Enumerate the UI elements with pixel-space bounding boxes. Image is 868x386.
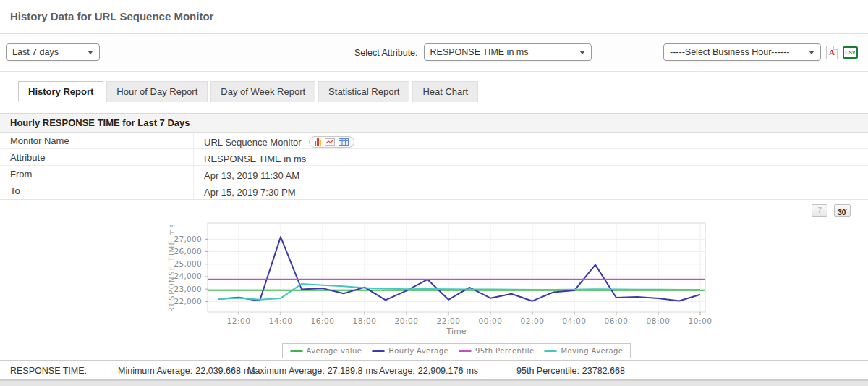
legend-swatch-icon	[459, 350, 472, 352]
footer-strip	[0, 380, 868, 386]
tab-day-of-week-report[interactable]: Day of Week Report	[210, 81, 315, 102]
svg-text:26,000: 26,000	[174, 247, 202, 256]
tab-hour-of-day-report[interactable]: Hour of Day Report	[106, 81, 208, 102]
data-table-icon[interactable]	[339, 138, 349, 146]
legend-swatch-icon	[372, 350, 385, 352]
report-tabs: History Report Hour of Day Report Day of…	[18, 81, 868, 102]
legend-item[interactable]: 95th Percentile	[459, 347, 535, 355]
row-value: RESPONSE TIME in ms	[194, 149, 306, 165]
line-chart-icon[interactable]	[325, 138, 335, 146]
svg-text:27,000: 27,000	[174, 235, 202, 243]
svg-text:12:00: 12:00	[227, 316, 251, 325]
history-chart[interactable]: 22,00023,00024,00025,00026,00027,00012:0…	[164, 220, 714, 336]
table-row: Monitor Name URL Sequence Monitor	[0, 133, 868, 149]
chart-legend: Average valueHourly Average95th Percenti…	[182, 343, 731, 358]
pdf-export-icon[interactable]: A	[826, 46, 838, 59]
row-label: To	[0, 182, 194, 199]
legend-label: Moving Average	[561, 347, 623, 355]
attribute-label: Select Attribute:	[354, 48, 418, 58]
row-label: From	[0, 166, 194, 182]
legend-item[interactable]: Moving Average	[544, 347, 623, 355]
svg-text:Time: Time	[446, 327, 467, 336]
svg-text:RESPONSE TIME ms: RESPONSE TIME ms	[168, 223, 176, 312]
summary-title: RESPONSE TIME:	[10, 366, 87, 376]
svg-text:06:00: 06:00	[605, 316, 629, 325]
toolbar-right-group: -----Select Business Hour------ A CSV	[663, 43, 858, 61]
toolbar: Last 7 days Select Attribute: RESPONSE T…	[0, 34, 868, 72]
table-row: To Apr 15, 2019 7:30 PM	[0, 182, 868, 199]
page-title: History Data for URL Sequence Monitor	[10, 10, 868, 22]
legend-item[interactable]: Average value	[290, 347, 362, 355]
legend-box: Average valueHourly Average95th Percenti…	[282, 343, 631, 358]
table-row: Attribute RESPONSE TIME in ms	[0, 149, 868, 166]
svg-text:14:00: 14:00	[269, 316, 293, 325]
thirty-days-button[interactable]: 30′	[834, 204, 851, 217]
attribute-select[interactable]: RESPONSE TIME in ms	[424, 43, 592, 61]
svg-text:22:00: 22:00	[437, 316, 461, 325]
row-value: URL Sequence Monitor	[194, 133, 354, 148]
time-range-value: Last 7 days	[12, 47, 59, 57]
table-row: From Apr 13, 2019 11:30 AM	[0, 166, 868, 182]
seven-days-button[interactable]: 7	[812, 204, 827, 217]
summary-bar: RESPONSE TIME: Minimum Average:22,039.66…	[0, 360, 868, 380]
legend-label: Average value	[307, 347, 362, 355]
summary-95th: 95th Percentile:23782.668	[516, 366, 625, 376]
quick-range-buttons: 7 30′	[812, 204, 851, 217]
report-table-header: Hourly RESPONSE TIME for Last 7 Days	[0, 114, 868, 133]
tab-statistical-report[interactable]: Statistical Report	[318, 81, 409, 102]
row-label: Attribute	[0, 149, 194, 165]
summary-max: Maximum Average:27,189.8ms	[247, 366, 378, 376]
bar-chart-icon[interactable]	[315, 138, 322, 146]
summary-min: Minimum Average:22,039.668ms	[118, 366, 256, 376]
svg-text:18:00: 18:00	[353, 316, 377, 325]
legend-item[interactable]: Hourly Average	[372, 347, 448, 355]
svg-text:20:00: 20:00	[395, 316, 419, 325]
chevron-down-icon	[88, 51, 93, 54]
tab-history-report[interactable]: History Report	[18, 81, 103, 102]
svg-text:16:00: 16:00	[311, 316, 335, 325]
legend-swatch-icon	[290, 350, 303, 352]
title-bar: History Data for URL Sequence Monitor	[0, 0, 868, 34]
report-info-table: Hourly RESPONSE TIME for Last 7 Days Mon…	[0, 113, 868, 200]
chevron-down-icon	[579, 51, 585, 54]
svg-text:23,000: 23,000	[174, 285, 202, 293]
monitor-chart-links[interactable]	[309, 136, 355, 148]
svg-text:25,000: 25,000	[174, 259, 202, 268]
row-value: Apr 13, 2019 11:30 AM	[194, 166, 299, 182]
summary-avg: Average:22,909.176ms	[379, 366, 478, 376]
chart-section: 7 30′ 22,00023,00024,00025,00026,00027,0…	[0, 200, 868, 360]
business-hour-value: -----Select Business Hour------	[670, 47, 789, 57]
chart-wrap: 22,00023,00024,00025,00026,00027,00012:0…	[164, 220, 714, 358]
svg-text:24,000: 24,000	[174, 272, 202, 280]
row-label: Monitor Name	[0, 133, 194, 148]
svg-text:00:00: 00:00	[479, 316, 503, 325]
tab-heat-chart[interactable]: Heat Chart	[412, 81, 478, 102]
csv-export-icon[interactable]: CSV	[843, 46, 858, 59]
svg-text:08:00: 08:00	[647, 316, 671, 325]
legend-label: Hourly Average	[388, 347, 448, 355]
row-value: Apr 15, 2019 7:30 PM	[194, 182, 295, 199]
svg-text:10:00: 10:00	[689, 316, 712, 325]
svg-text:22,000: 22,000	[174, 297, 202, 306]
attribute-group: Select Attribute: RESPONSE TIME in ms	[354, 43, 592, 61]
svg-text:02:00: 02:00	[521, 316, 545, 325]
time-range-select[interactable]: Last 7 days	[6, 43, 100, 61]
legend-label: 95th Percentile	[475, 347, 535, 355]
business-hour-select[interactable]: -----Select Business Hour------	[663, 43, 821, 61]
chevron-down-icon	[809, 51, 814, 54]
svg-text:04:00: 04:00	[563, 316, 587, 325]
legend-swatch-icon	[544, 350, 557, 352]
attribute-value: RESPONSE TIME in ms	[430, 47, 529, 57]
